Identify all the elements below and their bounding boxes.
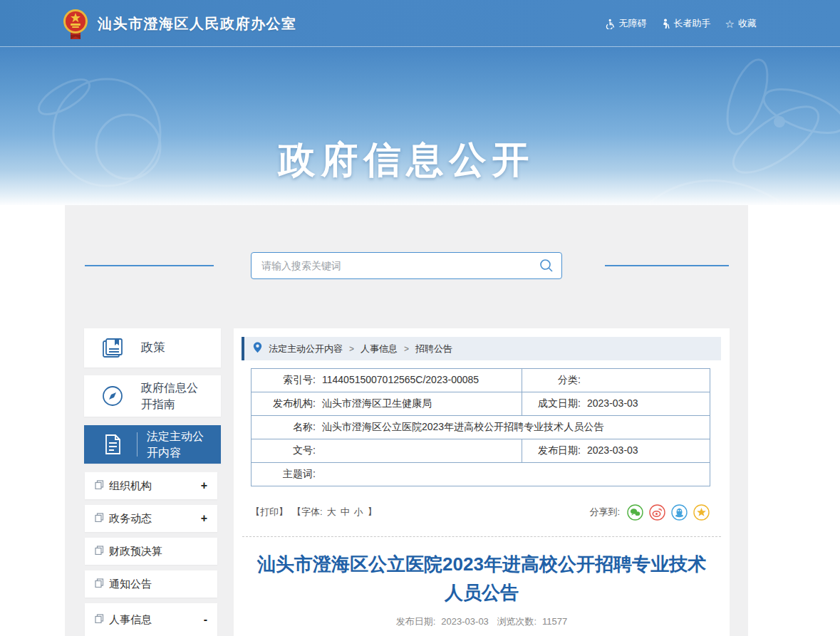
field-label: 发布机构: bbox=[256, 397, 316, 410]
article-title: 汕头市澄海区公立医院2023年进高校公开招聘专业技术人员公告 bbox=[254, 550, 710, 607]
table-row: 名称:汕头市澄海区公立医院2023年进高校公开招聘专业技术人员公告 bbox=[252, 416, 710, 439]
search-icon bbox=[539, 265, 554, 276]
field-label: 索引号: bbox=[256, 374, 316, 387]
table-row: 文号: 发布日期:2023-03-03 bbox=[252, 439, 710, 463]
publish-date-label: 发布日期: bbox=[396, 616, 436, 627]
views-value: 11577 bbox=[542, 616, 567, 627]
views-label: 浏览次数: bbox=[497, 616, 536, 627]
book-icon bbox=[98, 336, 127, 360]
search-box bbox=[251, 252, 562, 279]
font-size-label: 【字体: bbox=[292, 506, 323, 518]
pages-icon bbox=[95, 578, 104, 590]
field-label: 成文日期: bbox=[527, 397, 581, 410]
sidebar-subitem-notices[interactable]: 通知公告 bbox=[85, 570, 217, 598]
expand-toggle[interactable]: + bbox=[201, 512, 207, 525]
share-qzone-star-icon[interactable] bbox=[693, 504, 710, 521]
print-button[interactable]: 【打印】 bbox=[251, 506, 288, 518]
font-size-label-close: 】 bbox=[368, 506, 377, 518]
field-value: 汕头市澄海区卫生健康局 bbox=[322, 397, 432, 409]
breadcrumb-separator: > bbox=[349, 344, 354, 354]
elder-assistant-icon bbox=[661, 19, 670, 29]
share-to-label: 分享到: bbox=[589, 506, 620, 518]
page-title: 政府信息公开 bbox=[279, 139, 535, 180]
sidebar-item-gov-info-guide[interactable]: 政府信息公开指南 bbox=[84, 375, 221, 417]
field-value: 汕头市澄海区公立医院2023年进高校公开招聘专业技术人员公告 bbox=[322, 421, 603, 432]
breadcrumb-separator: > bbox=[404, 344, 409, 354]
search-button[interactable] bbox=[537, 257, 556, 276]
dashed-divider bbox=[242, 536, 721, 537]
national-emblem-logo bbox=[61, 6, 90, 41]
star-icon: ☆ bbox=[725, 19, 735, 29]
share-wechat-icon[interactable] bbox=[627, 504, 643, 521]
field-label: 主题词: bbox=[256, 468, 316, 481]
sidebar-divider bbox=[137, 432, 138, 457]
top-header-bar: 汕头市澄海区人民政府办公室 无障碍 长者助手 bbox=[0, 0, 840, 47]
field-value: 2023-03-03 bbox=[587, 444, 638, 456]
accessibility-link[interactable]: 无障碍 bbox=[606, 17, 647, 30]
category-cell: 分类: bbox=[522, 369, 710, 392]
sidebar-item-label: 政府信息公开指南 bbox=[141, 380, 198, 412]
font-size-small-button[interactable]: 小 bbox=[354, 506, 363, 518]
table-row: 发布机构:汕头市澄海区卫生健康局 成文日期:2023-03-03 bbox=[252, 392, 710, 416]
breadcrumb-item[interactable]: 招聘公告 bbox=[415, 343, 452, 355]
field-value: 11440515007012565C/2023-00085 bbox=[322, 374, 479, 385]
sidebar-subitem-gov-news[interactable]: 政务动态 + bbox=[85, 505, 217, 532]
table-row: 索引号:11440515007012565C/2023-00085 分类: bbox=[252, 369, 710, 392]
field-label: 名称: bbox=[256, 421, 316, 434]
article-meta: 发布日期:2023-03-03 浏览次数:11577 bbox=[234, 615, 730, 628]
publisher-cell: 发布机构:汕头市澄海区卫生健康局 bbox=[252, 392, 522, 416]
index-number-cell: 索引号:11440515007012565C/2023-00085 bbox=[252, 369, 522, 392]
pages-icon bbox=[95, 479, 104, 492]
field-label: 分类: bbox=[527, 374, 581, 387]
breadcrumb-item[interactable]: 法定主动公开内容 bbox=[269, 343, 343, 355]
decorative-line-right bbox=[605, 265, 729, 266]
written-date-cell: 成文日期:2023-03-03 bbox=[522, 392, 710, 416]
sidebar-item-label: 政策 bbox=[141, 339, 165, 357]
field-label: 文号: bbox=[256, 444, 316, 457]
field-label: 发布日期: bbox=[527, 444, 581, 457]
breadcrumb-item[interactable]: 人事信息 bbox=[361, 343, 398, 355]
accessibility-label: 无障碍 bbox=[619, 17, 647, 30]
pages-icon bbox=[95, 512, 104, 525]
sidebar-item-label: 法定主动公开内容 bbox=[147, 428, 204, 461]
accessibility-icon bbox=[606, 19, 616, 29]
keywords-cell: 主题词: bbox=[252, 463, 710, 486]
sidebar-item-statutory-disclosure[interactable]: 法定主动公开内容 bbox=[84, 425, 221, 464]
sidebar-subitem-label: 人事信息 bbox=[109, 613, 152, 627]
elder-assistant-link[interactable]: 长者助手 bbox=[661, 17, 711, 30]
favorite-label: 收藏 bbox=[738, 17, 757, 30]
document-meta-table: 索引号:11440515007012565C/2023-00085 分类: 发布… bbox=[251, 368, 710, 486]
publish-date-cell: 发布日期:2023-03-03 bbox=[522, 439, 710, 463]
elder-assistant-label: 长者助手 bbox=[674, 17, 711, 30]
font-size-medium-button[interactable]: 中 bbox=[341, 506, 350, 518]
location-pin-icon bbox=[253, 342, 262, 356]
expand-toggle[interactable]: + bbox=[201, 479, 207, 492]
sidebar-item-policy[interactable]: 政策 bbox=[84, 328, 221, 367]
search-input[interactable] bbox=[252, 253, 561, 278]
document-icon bbox=[98, 433, 127, 456]
page-banner: 政府信息公开 bbox=[0, 47, 840, 205]
decorative-line-left bbox=[85, 265, 214, 266]
breadcrumb: 法定主动公开内容 > 人事信息 > 招聘公告 bbox=[242, 337, 721, 360]
font-size-large-button[interactable]: 大 bbox=[327, 506, 336, 518]
sidebar-subitem-label: 政务动态 bbox=[109, 512, 152, 526]
sidebar-subitem-label: 财政预决算 bbox=[109, 545, 162, 558]
compass-icon bbox=[98, 384, 127, 408]
document-name-cell: 名称:汕头市澄海区公立医院2023年进高校公开招聘专业技术人员公告 bbox=[252, 416, 710, 439]
article-toolbar: 【打印】 【字体: 大 中 小 】 分享到: bbox=[251, 503, 710, 521]
sidebar-subitem-fiscal-budget[interactable]: 财政预决算 bbox=[85, 538, 217, 565]
sidebar-subitem-label: 组织机构 bbox=[109, 479, 152, 493]
share-weibo-icon[interactable] bbox=[649, 504, 665, 521]
table-row: 主题词: bbox=[252, 463, 710, 486]
publish-date-value: 2023-03-03 bbox=[441, 616, 489, 627]
doc-number-cell: 文号: bbox=[252, 439, 522, 463]
pages-icon bbox=[95, 545, 104, 558]
sidebar-subitem-organization[interactable]: 组织机构 + bbox=[85, 472, 217, 499]
pages-icon bbox=[95, 613, 104, 626]
top-utility-links: 无障碍 长者助手 ☆ 收藏 bbox=[606, 0, 757, 47]
sidebar-subitem-personnel-info[interactable]: 人事信息 - bbox=[85, 603, 217, 636]
share-qq-icon[interactable] bbox=[671, 504, 688, 521]
favorite-link[interactable]: ☆ 收藏 bbox=[725, 17, 757, 30]
site-title: 汕头市澄海区人民政府办公室 bbox=[98, 0, 297, 47]
collapse-toggle[interactable]: - bbox=[204, 613, 207, 626]
